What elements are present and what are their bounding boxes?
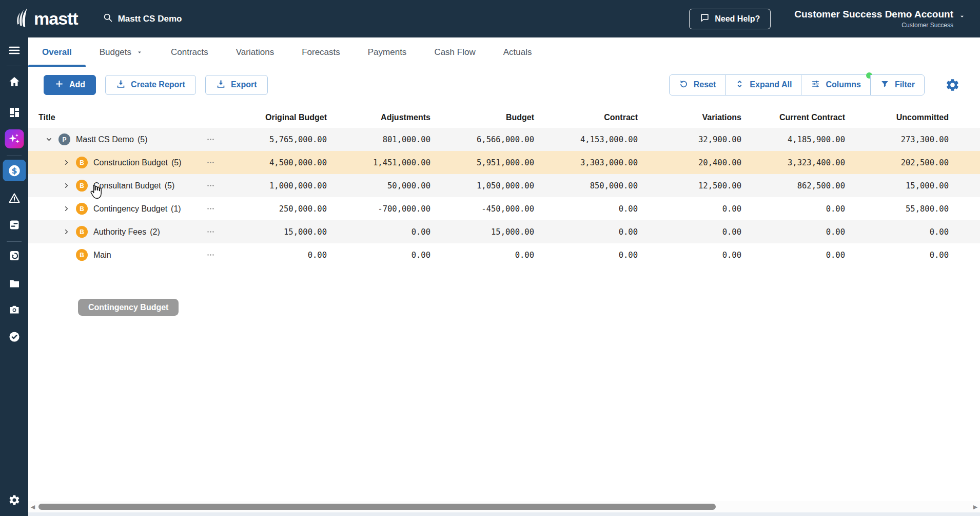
- cell-uncommitted[interactable]: 55,800.00: [845, 204, 949, 214]
- cell-variations[interactable]: 32,900.00: [638, 135, 741, 144]
- cell-budget[interactable]: 6,566,000.00: [430, 135, 534, 144]
- table-row[interactable]: BConstruction Budget(5)4,500,000.001,451…: [28, 151, 980, 174]
- cell-variations[interactable]: 0.00: [638, 251, 741, 260]
- cell-current-contract[interactable]: 4,185,900.00: [741, 135, 845, 144]
- cell-variations[interactable]: 20,400.00: [638, 158, 741, 167]
- scroll-right-arrow[interactable]: ▶: [971, 502, 980, 511]
- row-title[interactable]: Consultant Budget: [93, 181, 161, 190]
- tab-contracts[interactable]: Contracts: [157, 37, 222, 67]
- cell-original-budget[interactable]: 4,500,000.00: [223, 158, 327, 167]
- column-header-contract[interactable]: Contract: [534, 113, 638, 122]
- sidebar-home-icon[interactable]: [8, 75, 21, 88]
- sidebar-settings-gear-icon[interactable]: [8, 493, 21, 507]
- tab-payments[interactable]: Payments: [354, 37, 421, 67]
- cell-contract[interactable]: 0.00: [534, 227, 638, 237]
- tab-budgets[interactable]: Budgets: [86, 37, 157, 67]
- row-menu-dots-icon[interactable]: [206, 135, 215, 144]
- cell-uncommitted[interactable]: 0.00: [845, 251, 949, 260]
- cell-current-contract[interactable]: 0.00: [741, 227, 845, 237]
- row-title[interactable]: Main: [93, 251, 111, 260]
- cell-adjustments[interactable]: 50,000.00: [327, 181, 430, 190]
- tab-actuals[interactable]: Actuals: [489, 37, 546, 67]
- row-menu-dots-icon[interactable]: [206, 227, 215, 236]
- cell-variations[interactable]: 0.00: [638, 227, 741, 237]
- scroll-left-arrow[interactable]: ◀: [28, 502, 37, 511]
- table-row[interactable]: PMastt CS Demo(5)5,765,000.00801,000.006…: [28, 128, 980, 151]
- cell-adjustments[interactable]: 801,000.00: [327, 135, 430, 144]
- cell-adjustments[interactable]: 1,451,000.00: [327, 158, 430, 167]
- row-title[interactable]: Contingency Budget: [93, 204, 167, 214]
- row-title[interactable]: Construction Budget: [93, 158, 168, 167]
- expand-chevron-right-icon[interactable]: [61, 204, 71, 214]
- column-header-title[interactable]: Title: [28, 113, 223, 122]
- cell-budget[interactable]: 0.00: [430, 251, 534, 260]
- column-header-variations[interactable]: Variations: [638, 113, 741, 122]
- table-settings-gear-icon[interactable]: [944, 77, 961, 93]
- cell-uncommitted[interactable]: 0.00: [845, 227, 949, 237]
- cell-contract[interactable]: 4,153,000.00: [534, 135, 638, 144]
- sidebar-ai-sparkles-icon[interactable]: [5, 129, 24, 148]
- cell-adjustments[interactable]: 0.00: [327, 251, 430, 260]
- row-title[interactable]: Authority Fees: [93, 227, 146, 237]
- cell-original-budget[interactable]: 250,000.00: [223, 204, 327, 214]
- sidebar-photos-camera-icon[interactable]: [8, 303, 21, 316]
- table-row[interactable]: BMain0.000.000.000.000.000.000.00: [28, 243, 980, 266]
- expand-chevron-right-icon[interactable]: [61, 227, 71, 237]
- tab-variations[interactable]: Variations: [222, 37, 288, 67]
- cell-current-contract[interactable]: 0.00: [741, 204, 845, 214]
- cell-uncommitted[interactable]: 15,000.00: [845, 181, 949, 190]
- sidebar-reports-icon[interactable]: [8, 218, 21, 232]
- cell-uncommitted[interactable]: 202,500.00: [845, 158, 949, 167]
- cell-contract[interactable]: 850,000.00: [534, 181, 638, 190]
- project-search[interactable]: Mastt CS Demo: [103, 12, 182, 25]
- cell-current-contract[interactable]: 3,323,400.00: [741, 158, 845, 167]
- sidebar-finance-dollar-icon[interactable]: $: [3, 160, 26, 181]
- cell-original-budget[interactable]: 5,765,000.00: [223, 135, 327, 144]
- expand-chevron-right-icon[interactable]: [61, 158, 71, 168]
- cell-budget[interactable]: 5,951,000.00: [430, 158, 534, 167]
- add-button[interactable]: Add: [44, 75, 96, 95]
- column-header-current-contract[interactable]: Current Contract: [741, 113, 845, 122]
- cell-uncommitted[interactable]: 273,300.00: [845, 135, 949, 144]
- cell-current-contract[interactable]: 862,500.00: [741, 181, 845, 190]
- mastt-logo[interactable]: mastt: [15, 8, 78, 30]
- cell-original-budget[interactable]: 1,000,000.00: [223, 181, 327, 190]
- sidebar-menu-icon[interactable]: [8, 44, 21, 57]
- sidebar-dashboard-icon[interactable]: [8, 106, 21, 119]
- scrollbar-thumb[interactable]: [38, 504, 716, 510]
- reset-button[interactable]: Reset: [670, 75, 726, 95]
- export-button[interactable]: Export: [205, 75, 268, 95]
- cell-variations[interactable]: 0.00: [638, 204, 741, 214]
- column-header-budget[interactable]: Budget: [430, 113, 534, 122]
- columns-button[interactable]: Columns: [801, 75, 870, 95]
- cell-current-contract[interactable]: 0.00: [741, 251, 845, 260]
- sidebar-risk-warning-icon[interactable]: [8, 192, 21, 205]
- expand-chevron-right-icon[interactable]: [61, 181, 71, 191]
- cell-original-budget[interactable]: 0.00: [223, 251, 327, 260]
- cell-contract[interactable]: 0.00: [534, 204, 638, 214]
- scrollbar-track[interactable]: [37, 503, 971, 510]
- row-menu-dots-icon[interactable]: [206, 251, 215, 259]
- cell-contract[interactable]: 0.00: [534, 251, 638, 260]
- account-menu[interactable]: Customer Success Demo Account Customer S…: [794, 9, 966, 29]
- expand-all-button[interactable]: Expand All: [725, 75, 801, 95]
- cell-budget[interactable]: -450,000.00: [430, 204, 534, 214]
- row-menu-dots-icon[interactable]: [206, 204, 215, 213]
- filter-button[interactable]: Filter: [870, 75, 924, 95]
- sidebar-files-folder-icon[interactable]: [8, 277, 21, 290]
- table-row[interactable]: BContingency Budget(1)250,000.00-700,000…: [28, 197, 980, 220]
- column-header-original-budget[interactable]: Original Budget: [223, 113, 327, 122]
- sidebar-history-icon[interactable]: [8, 249, 21, 262]
- cell-adjustments[interactable]: -700,000.00: [327, 204, 430, 214]
- tab-overall[interactable]: Overall: [28, 37, 86, 67]
- column-header-uncommitted[interactable]: Uncommitted: [845, 113, 949, 122]
- cell-budget[interactable]: 15,000.00: [430, 227, 534, 237]
- tab-forecasts[interactable]: Forecasts: [288, 37, 354, 67]
- cell-contract[interactable]: 3,303,000.00: [534, 158, 638, 167]
- sidebar-tasks-check-icon[interactable]: [8, 330, 21, 343]
- tab-cash-flow[interactable]: Cash Flow: [420, 37, 489, 67]
- need-help-button[interactable]: Need Help?: [689, 9, 771, 29]
- create-report-button[interactable]: Create Report: [105, 75, 196, 95]
- table-row[interactable]: BAuthority Fees(2)15,000.000.0015,000.00…: [28, 220, 980, 243]
- row-menu-dots-icon[interactable]: [206, 158, 215, 167]
